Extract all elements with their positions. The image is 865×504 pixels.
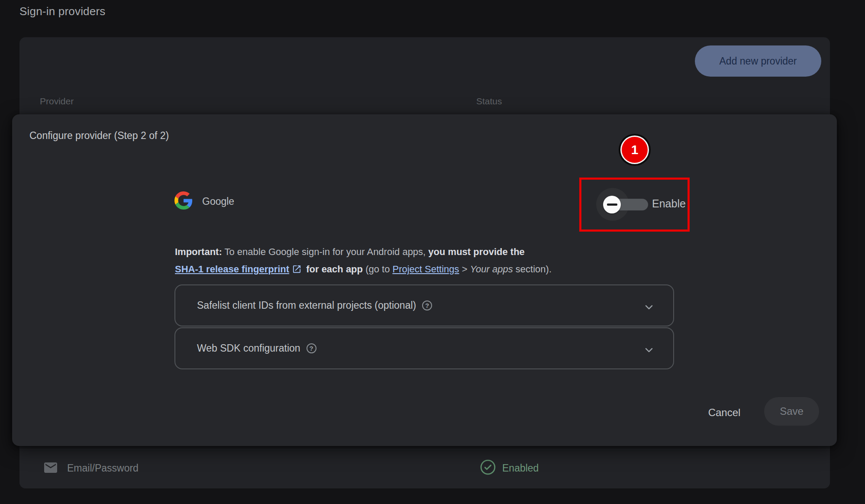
dialog-title: Configure provider (Step 2 of 2) — [29, 130, 169, 142]
web-sdk-configuration-section[interactable]: Web SDK configuration ? — [174, 327, 674, 369]
chevron-down-icon — [643, 301, 655, 316]
email-icon — [41, 460, 60, 477]
provider-row-label: Email/Password — [67, 462, 139, 474]
help-icon[interactable]: ? — [422, 300, 432, 310]
section-label: Safelist client IDs from external projec… — [197, 300, 416, 311]
toggle-thumb[interactable] — [603, 196, 621, 213]
notice-italic: Your apps — [470, 264, 513, 275]
google-logo-icon — [174, 191, 193, 211]
enable-toggle[interactable]: Enable — [596, 188, 717, 221]
external-link-icon — [292, 262, 302, 280]
minus-icon — [607, 204, 617, 206]
toggle-label: Enable — [652, 197, 686, 210]
notice-bold: for each app — [303, 264, 365, 275]
cancel-button[interactable]: Cancel — [696, 400, 752, 425]
page-title: Sign-in providers — [19, 5, 106, 18]
sha1-fingerprint-link[interactable]: SHA-1 release fingerprint — [175, 264, 289, 275]
notice-text: > — [459, 264, 470, 275]
notice-text: section). — [513, 264, 552, 275]
help-icon[interactable]: ? — [307, 343, 316, 353]
add-new-provider-button[interactable]: Add new provider — [695, 45, 821, 77]
column-header-status: Status — [476, 96, 502, 107]
provider-name: Google — [202, 196, 234, 207]
table-row-email-password[interactable]: Email/Password Enabled — [19, 449, 830, 488]
notice-text: To enable Google sign-in for your Androi… — [222, 246, 429, 257]
firebase-auth-page: Sign-in providers Add new provider Provi… — [0, 0, 865, 504]
notice-bold: you must provide the — [428, 246, 524, 257]
check-circle-icon — [480, 459, 496, 477]
notice-text: (go to — [365, 264, 392, 275]
android-sha1-notice: Important: To enable Google sign-in for … — [175, 243, 677, 280]
column-header-provider: Provider — [40, 96, 74, 107]
chevron-down-icon — [643, 344, 655, 359]
notice-important: Important: — [175, 246, 222, 257]
section-label: Web SDK configuration — [197, 342, 300, 354]
provider-header-row: Google — [174, 191, 234, 211]
status-badge: Enabled — [502, 462, 539, 474]
configure-provider-dialog: Configure provider (Step 2 of 2) Google … — [12, 114, 837, 446]
project-settings-link[interactable]: Project Settings — [393, 264, 459, 275]
status-cell: Enabled — [480, 459, 539, 477]
save-button[interactable]: Save — [764, 397, 819, 426]
safelist-client-ids-section[interactable]: Safelist client IDs from external projec… — [174, 284, 674, 326]
